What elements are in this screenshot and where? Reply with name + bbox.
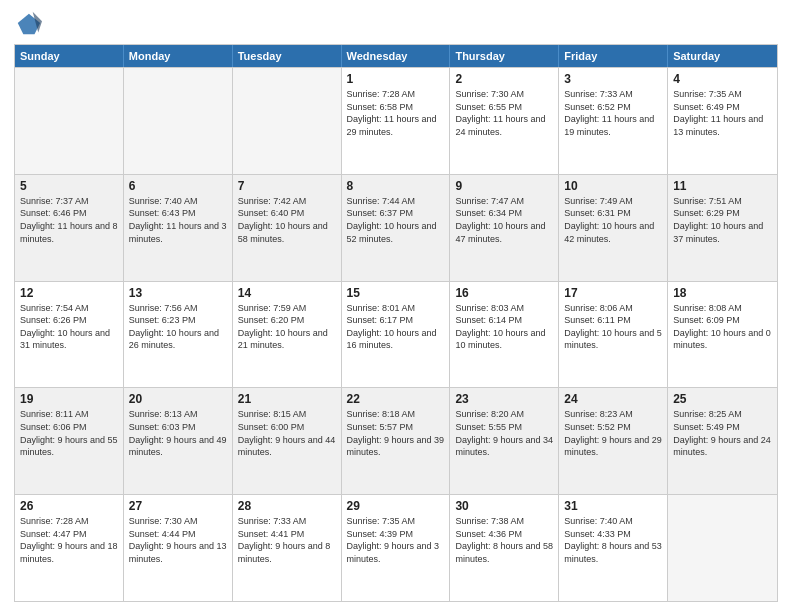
cell-info: Sunrise: 8:25 AM Sunset: 5:49 PM Dayligh…	[673, 408, 772, 458]
day-number: 25	[673, 392, 772, 406]
day-number: 11	[673, 179, 772, 193]
calendar: SundayMondayTuesdayWednesdayThursdayFrid…	[14, 44, 778, 602]
cell-info: Sunrise: 8:11 AM Sunset: 6:06 PM Dayligh…	[20, 408, 118, 458]
day-number: 12	[20, 286, 118, 300]
day-number: 17	[564, 286, 662, 300]
calendar-row: 26Sunrise: 7:28 AM Sunset: 4:47 PM Dayli…	[15, 494, 777, 601]
calendar-row: 1Sunrise: 7:28 AM Sunset: 6:58 PM Daylig…	[15, 67, 777, 174]
logo	[14, 10, 46, 38]
cell-info: Sunrise: 8:20 AM Sunset: 5:55 PM Dayligh…	[455, 408, 553, 458]
calendar-cell: 24Sunrise: 8:23 AM Sunset: 5:52 PM Dayli…	[559, 388, 668, 494]
day-number: 16	[455, 286, 553, 300]
day-number: 24	[564, 392, 662, 406]
calendar-header-cell: Thursday	[450, 45, 559, 67]
calendar-cell	[668, 495, 777, 601]
calendar-cell: 3Sunrise: 7:33 AM Sunset: 6:52 PM Daylig…	[559, 68, 668, 174]
day-number: 10	[564, 179, 662, 193]
cell-info: Sunrise: 7:28 AM Sunset: 6:58 PM Dayligh…	[347, 88, 445, 138]
calendar-cell: 13Sunrise: 7:56 AM Sunset: 6:23 PM Dayli…	[124, 282, 233, 388]
day-number: 2	[455, 72, 553, 86]
calendar-header-cell: Wednesday	[342, 45, 451, 67]
calendar-cell: 29Sunrise: 7:35 AM Sunset: 4:39 PM Dayli…	[342, 495, 451, 601]
day-number: 20	[129, 392, 227, 406]
cell-info: Sunrise: 7:44 AM Sunset: 6:37 PM Dayligh…	[347, 195, 445, 245]
day-number: 8	[347, 179, 445, 193]
day-number: 14	[238, 286, 336, 300]
cell-info: Sunrise: 7:40 AM Sunset: 6:43 PM Dayligh…	[129, 195, 227, 245]
calendar-cell	[15, 68, 124, 174]
cell-info: Sunrise: 8:15 AM Sunset: 6:00 PM Dayligh…	[238, 408, 336, 458]
calendar-cell: 1Sunrise: 7:28 AM Sunset: 6:58 PM Daylig…	[342, 68, 451, 174]
calendar-cell: 20Sunrise: 8:13 AM Sunset: 6:03 PM Dayli…	[124, 388, 233, 494]
day-number: 27	[129, 499, 227, 513]
cell-info: Sunrise: 7:30 AM Sunset: 6:55 PM Dayligh…	[455, 88, 553, 138]
calendar-cell: 27Sunrise: 7:30 AM Sunset: 4:44 PM Dayli…	[124, 495, 233, 601]
calendar-cell: 17Sunrise: 8:06 AM Sunset: 6:11 PM Dayli…	[559, 282, 668, 388]
calendar-cell: 2Sunrise: 7:30 AM Sunset: 6:55 PM Daylig…	[450, 68, 559, 174]
calendar-row: 19Sunrise: 8:11 AM Sunset: 6:06 PM Dayli…	[15, 387, 777, 494]
calendar-row: 12Sunrise: 7:54 AM Sunset: 6:26 PM Dayli…	[15, 281, 777, 388]
cell-info: Sunrise: 8:08 AM Sunset: 6:09 PM Dayligh…	[673, 302, 772, 352]
calendar-cell: 15Sunrise: 8:01 AM Sunset: 6:17 PM Dayli…	[342, 282, 451, 388]
cell-info: Sunrise: 8:03 AM Sunset: 6:14 PM Dayligh…	[455, 302, 553, 352]
cell-info: Sunrise: 7:33 AM Sunset: 4:41 PM Dayligh…	[238, 515, 336, 565]
calendar-cell: 30Sunrise: 7:38 AM Sunset: 4:36 PM Dayli…	[450, 495, 559, 601]
calendar-header-row: SundayMondayTuesdayWednesdayThursdayFrid…	[15, 45, 777, 67]
cell-info: Sunrise: 8:23 AM Sunset: 5:52 PM Dayligh…	[564, 408, 662, 458]
calendar-cell: 5Sunrise: 7:37 AM Sunset: 6:46 PM Daylig…	[15, 175, 124, 281]
calendar-cell: 12Sunrise: 7:54 AM Sunset: 6:26 PM Dayli…	[15, 282, 124, 388]
calendar-cell: 22Sunrise: 8:18 AM Sunset: 5:57 PM Dayli…	[342, 388, 451, 494]
cell-info: Sunrise: 7:28 AM Sunset: 4:47 PM Dayligh…	[20, 515, 118, 565]
header	[14, 10, 778, 38]
calendar-header-cell: Friday	[559, 45, 668, 67]
day-number: 19	[20, 392, 118, 406]
day-number: 22	[347, 392, 445, 406]
cell-info: Sunrise: 7:54 AM Sunset: 6:26 PM Dayligh…	[20, 302, 118, 352]
cell-info: Sunrise: 8:18 AM Sunset: 5:57 PM Dayligh…	[347, 408, 445, 458]
calendar-row: 5Sunrise: 7:37 AM Sunset: 6:46 PM Daylig…	[15, 174, 777, 281]
day-number: 7	[238, 179, 336, 193]
day-number: 6	[129, 179, 227, 193]
calendar-cell: 28Sunrise: 7:33 AM Sunset: 4:41 PM Dayli…	[233, 495, 342, 601]
calendar-cell: 25Sunrise: 8:25 AM Sunset: 5:49 PM Dayli…	[668, 388, 777, 494]
calendar-cell: 14Sunrise: 7:59 AM Sunset: 6:20 PM Dayli…	[233, 282, 342, 388]
calendar-cell	[124, 68, 233, 174]
cell-info: Sunrise: 7:37 AM Sunset: 6:46 PM Dayligh…	[20, 195, 118, 245]
day-number: 4	[673, 72, 772, 86]
day-number: 18	[673, 286, 772, 300]
day-number: 30	[455, 499, 553, 513]
calendar-cell: 23Sunrise: 8:20 AM Sunset: 5:55 PM Dayli…	[450, 388, 559, 494]
calendar-cell: 26Sunrise: 7:28 AM Sunset: 4:47 PM Dayli…	[15, 495, 124, 601]
calendar-header-cell: Saturday	[668, 45, 777, 67]
cell-info: Sunrise: 8:06 AM Sunset: 6:11 PM Dayligh…	[564, 302, 662, 352]
cell-info: Sunrise: 7:35 AM Sunset: 4:39 PM Dayligh…	[347, 515, 445, 565]
cell-info: Sunrise: 7:38 AM Sunset: 4:36 PM Dayligh…	[455, 515, 553, 565]
calendar-cell: 6Sunrise: 7:40 AM Sunset: 6:43 PM Daylig…	[124, 175, 233, 281]
page: SundayMondayTuesdayWednesdayThursdayFrid…	[0, 0, 792, 612]
calendar-cell: 4Sunrise: 7:35 AM Sunset: 6:49 PM Daylig…	[668, 68, 777, 174]
cell-info: Sunrise: 8:01 AM Sunset: 6:17 PM Dayligh…	[347, 302, 445, 352]
day-number: 28	[238, 499, 336, 513]
cell-info: Sunrise: 7:35 AM Sunset: 6:49 PM Dayligh…	[673, 88, 772, 138]
cell-info: Sunrise: 7:47 AM Sunset: 6:34 PM Dayligh…	[455, 195, 553, 245]
calendar-cell: 18Sunrise: 8:08 AM Sunset: 6:09 PM Dayli…	[668, 282, 777, 388]
day-number: 31	[564, 499, 662, 513]
calendar-cell: 7Sunrise: 7:42 AM Sunset: 6:40 PM Daylig…	[233, 175, 342, 281]
calendar-cell: 21Sunrise: 8:15 AM Sunset: 6:00 PM Dayli…	[233, 388, 342, 494]
calendar-header-cell: Monday	[124, 45, 233, 67]
cell-info: Sunrise: 7:40 AM Sunset: 4:33 PM Dayligh…	[564, 515, 662, 565]
cell-info: Sunrise: 7:56 AM Sunset: 6:23 PM Dayligh…	[129, 302, 227, 352]
cell-info: Sunrise: 7:51 AM Sunset: 6:29 PM Dayligh…	[673, 195, 772, 245]
day-number: 5	[20, 179, 118, 193]
day-number: 21	[238, 392, 336, 406]
cell-info: Sunrise: 7:30 AM Sunset: 4:44 PM Dayligh…	[129, 515, 227, 565]
cell-info: Sunrise: 7:33 AM Sunset: 6:52 PM Dayligh…	[564, 88, 662, 138]
day-number: 3	[564, 72, 662, 86]
cell-info: Sunrise: 8:13 AM Sunset: 6:03 PM Dayligh…	[129, 408, 227, 458]
calendar-cell: 9Sunrise: 7:47 AM Sunset: 6:34 PM Daylig…	[450, 175, 559, 281]
calendar-cell: 11Sunrise: 7:51 AM Sunset: 6:29 PM Dayli…	[668, 175, 777, 281]
day-number: 23	[455, 392, 553, 406]
day-number: 15	[347, 286, 445, 300]
calendar-header-cell: Tuesday	[233, 45, 342, 67]
calendar-cell: 31Sunrise: 7:40 AM Sunset: 4:33 PM Dayli…	[559, 495, 668, 601]
